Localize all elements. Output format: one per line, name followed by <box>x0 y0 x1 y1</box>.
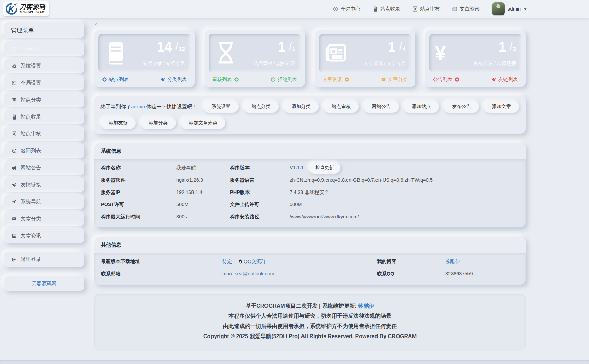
article-category-link[interactable]: 文章分类 <box>381 76 408 83</box>
sidebar-item-label: 文章资讯 <box>21 233 41 239</box>
envelope-icon <box>11 216 17 221</box>
quick-button-announcements[interactable]: 网站公告 <box>364 101 399 113</box>
announcement-list-link[interactable]: 公告列表 <box>433 76 460 83</box>
sidebar-item-label: 站点分类 <box>21 97 41 103</box>
email-link[interactable]: mun_sea@outlook.com <box>222 271 274 276</box>
user-menu[interactable]: admin <box>492 2 528 15</box>
sidebar-item-article-categories[interactable]: 文章分类 <box>4 211 84 226</box>
dashboard-icon <box>11 47 17 52</box>
sidebar-item-articles[interactable]: 文章资讯 <box>4 228 84 243</box>
quick-button-publish-announcement[interactable]: 发布公告 <box>444 101 479 113</box>
system-info-title: 系统信息 <box>94 143 526 159</box>
nav-item-label: 全局中心 <box>341 6 361 12</box>
logout-label: 退出登录 <box>21 256 41 263</box>
sidebar-item-system-settings[interactable]: 系统设置 <box>4 58 84 73</box>
friendlink-list-link[interactable]: 友链列表 <box>491 76 518 83</box>
sidebar-item-label: 全局设置 <box>21 80 41 86</box>
brand-domain: DKEWL.COM <box>20 10 45 14</box>
sidebar-item-site-categories[interactable]: 站点分类 <box>4 92 84 107</box>
book-icon <box>11 114 17 120</box>
review-list-link[interactable]: 审核列表 <box>212 76 239 83</box>
nav-item-label: 文章资讯 <box>460 6 480 12</box>
send-icon <box>11 199 17 204</box>
sidebar-item-dashboard[interactable]: 全局中心 <box>4 41 84 56</box>
stat-value: 14 / 12 <box>157 40 185 54</box>
welcome-username[interactable]: admin <box>131 104 145 109</box>
brand-logo[interactable]: K 刀客源码 DKEWL.COM <box>3 1 49 16</box>
other-info-title: 其他信息 <box>94 237 526 253</box>
stat-card-review: 1 / 1 站点审核 / 驳回列表 审核列表 拒绝列表 <box>205 30 305 87</box>
gear-icon <box>11 63 17 69</box>
table-row: 服务器IP 192.168.1.4 PHP版本 7.4.33 非线程安全 <box>101 186 519 198</box>
sidebar-item-friend-links[interactable]: 友情链接 <box>4 177 84 192</box>
category-list-link[interactable]: 分类列表 <box>160 76 187 83</box>
footer-line-disclaimer-2: 由此造成的一切后果由使用者承担，系统维护方不为使用者承担任何责任 <box>94 323 526 330</box>
stat-cards-row: 14 / 12 站点收录 / 站点分类 站点列表 分类列表 <box>94 30 526 87</box>
check-update-button[interactable]: 检查更新 <box>309 162 340 174</box>
hourglass-icon <box>412 6 418 12</box>
bullhorn-icon <box>11 165 17 170</box>
program-version: V1.1.1 <box>290 165 304 170</box>
quick-button-add-article[interactable]: 添加文章 <box>484 101 519 113</box>
sidebar-item-site-records[interactable]: 站点收录 <box>4 109 84 124</box>
stat-value: 1 / 1 <box>278 40 295 54</box>
sidebar-item-label: 站点审核 <box>21 131 41 137</box>
logout-button[interactable]: 退出登录 <box>4 252 84 267</box>
newspaper-icon <box>11 233 17 238</box>
bottom-bar <box>0 360 589 364</box>
stat-card-sites: 14 / 12 站点收录 / 站点分类 站点列表 分类列表 <box>94 30 195 87</box>
sidebar-item-site-review[interactable]: 站点审核 <box>4 126 84 141</box>
quick-button-add-category-2[interactable]: 添加分类 <box>141 117 176 129</box>
user-name: admin <box>508 6 521 12</box>
sidebar-item-label: 站点收录 <box>21 114 41 120</box>
sidebar-item-label: 网站公告 <box>21 165 41 171</box>
footer-line-copyright: Copyright © 2025 我爱导航(52DH Pro) All Righ… <box>94 333 526 340</box>
nav-item-dashboard[interactable]: 全局中心 <box>333 6 361 12</box>
svg-text:K: K <box>8 5 15 14</box>
stat-value: 1 / 3 <box>498 40 516 54</box>
quick-button-add-friendlink[interactable]: 添加友链 <box>100 117 136 129</box>
site-list-link[interactable]: 站点列表 <box>102 76 129 83</box>
blog-link[interactable]: 苏酷伊 <box>445 259 460 264</box>
arrow-circle-right-icon <box>344 77 349 82</box>
sidebar-item-system-nav[interactable]: 系统导航 <box>4 194 84 209</box>
qq-icon <box>238 259 244 264</box>
stat-value: 1 / 4 <box>388 40 406 54</box>
sidebar-item-announcements[interactable]: 网站公告 <box>4 160 84 175</box>
sidebar-item-rejected-list[interactable]: 驳回列表 <box>4 143 84 158</box>
handshake-icon <box>491 77 496 82</box>
table-row: 服务器软件 nginx/1.26.3 服务器语言 zh-CN,zh;q=0.9,… <box>101 174 519 186</box>
arrow-circle-right-icon <box>455 77 460 82</box>
table-row: 最新版本下载地址 待定|QQ交流群 我的博客 苏酷伊 <box>101 255 519 268</box>
handshake-icon <box>11 182 17 187</box>
nav-item-site-records[interactable]: 站点收录 <box>373 6 400 12</box>
download-link[interactable]: 待定 <box>222 259 232 264</box>
book-icon <box>104 41 127 65</box>
quick-button-add-article-category[interactable]: 添加文章分类 <box>181 117 225 129</box>
sidebar-item-label: 驳回列表 <box>21 148 41 154</box>
maintainer-link[interactable]: 苏酷伊 <box>358 303 374 309</box>
sidebar-collapse-toggle[interactable]: < <box>95 22 526 28</box>
quick-button-site-categories[interactable]: 站点分类 <box>243 101 279 113</box>
caret-down-icon <box>523 7 527 11</box>
quick-button-system-settings[interactable]: 系统设置 <box>203 101 239 113</box>
quick-button-add-category[interactable]: 添加分类 <box>283 101 319 113</box>
sidebar-item-global-settings[interactable]: 全局设置 <box>4 75 84 90</box>
nav-item-articles[interactable]: 文章资讯 <box>452 6 480 12</box>
qq-group-link[interactable]: QQ交流群 <box>244 259 266 264</box>
article-list-link[interactable]: 文章资讯 <box>323 76 349 83</box>
table-row: 联系邮箱 mun_sea@outlook.com 联系QQ 3288637559 <box>101 268 519 280</box>
sidebar: 管理菜单 全局中心 系统设置 全局设置 站点分类 站点收录 站点审核 驳回列表 … <box>4 22 84 291</box>
avatar <box>492 2 505 15</box>
envelope-icon <box>381 77 386 82</box>
newspaper-icon <box>325 41 348 65</box>
rejected-list-link[interactable]: 拒绝列表 <box>271 76 297 83</box>
quick-button-site-review[interactable]: 站点审核 <box>324 101 359 113</box>
nav-item-label: 站点收录 <box>381 6 400 12</box>
sidebar-item-label: 系统设置 <box>21 63 41 69</box>
quick-button-add-site[interactable]: 添加站点 <box>404 101 439 113</box>
sidebar-site-link[interactable]: 刀客源码网 <box>4 276 84 291</box>
nav-item-site-review[interactable]: 站点审核 <box>412 6 440 12</box>
table-row: POST许可 500M 文件上传许可 500M <box>101 198 519 211</box>
stat-caption: 网站公告 / 友情链接 <box>474 60 516 67</box>
